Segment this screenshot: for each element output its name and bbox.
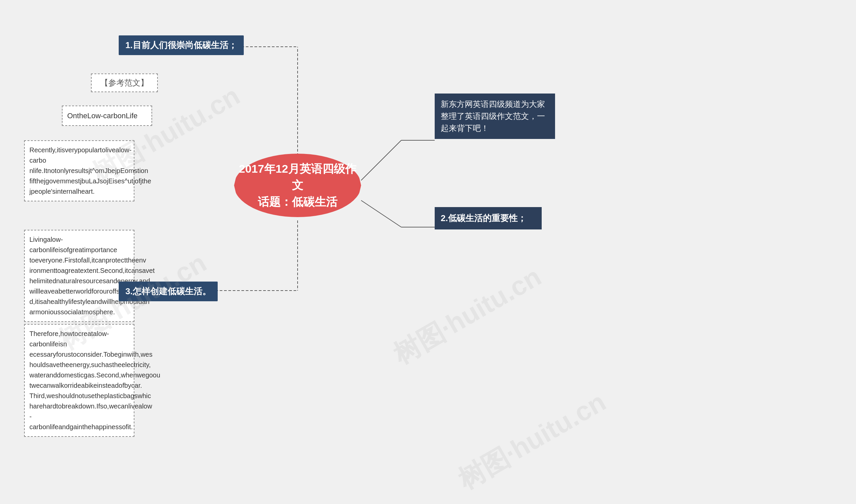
label-3-text: 3.怎样创建低碳生活。 xyxy=(125,286,211,296)
paragraph-1-box: Recently,itisverypopulartolivealow-carbo… xyxy=(24,140,134,201)
svg-line-4 xyxy=(361,140,401,180)
watermark-4: 树图·huitu.cn xyxy=(452,273,806,498)
right-importance-box: 2.低碳生活的重要性； xyxy=(435,207,542,230)
center-node-text: 2017年12月英语四级作文 话题：低碳生活 xyxy=(234,161,361,210)
watermark-3: 树图·huitu.cn xyxy=(387,131,770,373)
paragraph-1-text: Recently,itisverypopulartolivealow-carbo… xyxy=(30,146,151,195)
label-1-text: 1.目前人们很崇尚低碳生活； xyxy=(125,40,237,50)
right-importance-text: 2.低碳生活的重要性； xyxy=(441,213,526,223)
label-node-1: 1.目前人们很崇尚低碳生活； xyxy=(119,35,244,55)
center-node: 2017年12月英语四级作文 话题：低碳生活 xyxy=(234,154,361,217)
on-the-low-carbon-life-box: OntheLow-carbonLife xyxy=(62,106,152,126)
on-low-carbon-text: OntheLow-carbonLife xyxy=(67,111,137,120)
paragraph-2-box: Livingalow-carbonlifeisofgreatimportance… xyxy=(24,230,134,322)
label-node-3: 3.怎样创建低碳生活。 xyxy=(119,282,218,301)
reference-box: 【参考范文】 xyxy=(91,73,158,92)
paragraph-3-text: Therefore,howtocreatalow-carbonlifeisn e… xyxy=(30,330,160,431)
reference-text: 【参考范文】 xyxy=(100,78,149,87)
svg-line-6 xyxy=(361,200,401,227)
paragraph-3-box: Therefore,howtocreatalow-carbonlifeisn e… xyxy=(24,324,134,437)
paragraph-2-text: Livingalow-carbonlifeisofgreatimportance… xyxy=(30,236,155,316)
right-info-text: 新东方网英语四级频道为大家整理了英语四级作文范文，一起来背下吧！ xyxy=(441,100,545,132)
right-info-box: 新东方网英语四级频道为大家整理了英语四级作文范文，一起来背下吧！ xyxy=(435,93,555,139)
